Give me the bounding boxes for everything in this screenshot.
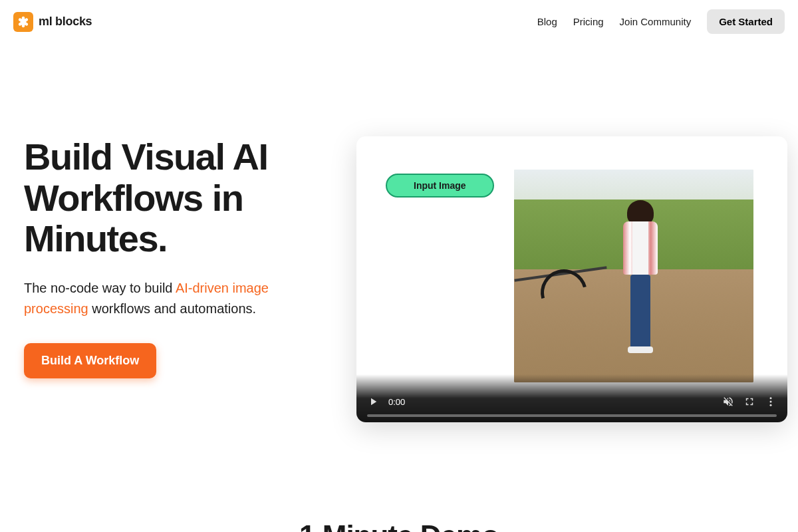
logo-icon <box>13 12 33 32</box>
hero-sub-before: The no-code way to build <box>24 281 176 295</box>
build-workflow-button[interactable]: Build A Workflow <box>24 343 156 378</box>
demo-video[interactable]: Input Image 0:00 <box>356 136 787 422</box>
nav-link-blog[interactable]: Blog <box>537 16 557 27</box>
hero-subtitle: The no-code way to build AI-driven image… <box>24 278 317 319</box>
demo-heading: 1 Minute Demo <box>0 519 798 532</box>
logo-text: ml blocks <box>39 15 92 29</box>
mute-icon[interactable] <box>722 396 734 408</box>
demo-image <box>514 170 753 382</box>
svg-point-0 <box>770 397 772 399</box>
play-icon[interactable] <box>367 396 379 408</box>
hero-media: Input Image 0:00 <box>356 136 787 422</box>
fullscreen-icon[interactable] <box>743 396 755 408</box>
site-header: ml blocks Blog Pricing Join Community Ge… <box>0 0 798 43</box>
hero-title: Build Visual AI Workflows in Minutes. <box>24 136 317 259</box>
hero-sub-after: workflows and automations. <box>88 301 256 316</box>
video-controls: 0:00 <box>356 374 787 422</box>
video-progress[interactable] <box>367 414 777 417</box>
main-nav: Blog Pricing Join Community Get Started <box>537 9 785 34</box>
hero-section: Build Visual AI Workflows in Minutes. Th… <box>0 43 798 422</box>
get-started-button[interactable]: Get Started <box>707 9 785 34</box>
person-figure <box>620 203 660 349</box>
input-image-node: Input Image <box>386 174 494 198</box>
svg-point-1 <box>770 401 772 403</box>
more-icon[interactable] <box>765 396 777 408</box>
logo[interactable]: ml blocks <box>13 12 92 32</box>
nav-link-community[interactable]: Join Community <box>620 16 692 27</box>
video-time: 0:00 <box>388 397 405 407</box>
hero-copy: Build Visual AI Workflows in Minutes. Th… <box>24 136 317 422</box>
nav-link-pricing[interactable]: Pricing <box>573 16 604 27</box>
svg-point-2 <box>770 404 772 406</box>
